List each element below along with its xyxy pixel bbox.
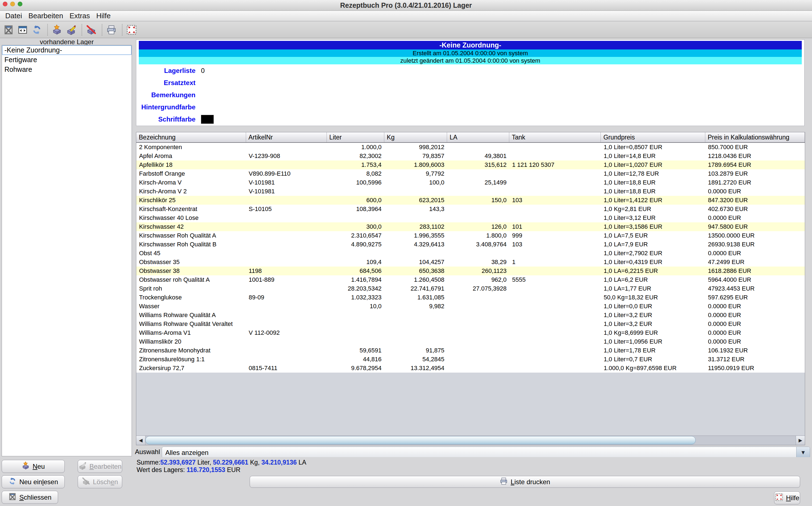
toolbar-edit-icon[interactable] — [65, 23, 77, 36]
table-row[interactable]: 2 Komponenten1.000,0998,20121,0 Liter=0,… — [136, 143, 805, 152]
neu-button[interactable]: Neu — [2, 460, 65, 473]
column-header-tank[interactable]: Tank — [509, 132, 601, 142]
table-cell: 13.312,4954 — [384, 364, 447, 372]
table-cell: 597.6295 EUR — [705, 293, 805, 302]
table-row[interactable]: Obstwasser 35109,4104,425738,2911,0 Lite… — [136, 258, 805, 266]
scrollbar-thumb[interactable] — [145, 436, 696, 444]
table-cell: Zuckersirup 72,7 — [136, 364, 246, 372]
neu-einlesen-button[interactable]: Neu einlesen — [2, 475, 65, 488]
schliessen-button[interactable]: Schliessen — [2, 491, 58, 504]
horizontal-scrollbar[interactable]: ◀ ▶ — [136, 436, 805, 445]
sidebar-item-keine-zuordnung[interactable]: -Keine Zuordnung- — [2, 45, 132, 55]
table-cell: 1.000,0 Kg=897,6598 EUR — [601, 364, 705, 372]
table-cell: 1.416,7894 — [327, 275, 384, 284]
toolbar-delete-icon[interactable] — [85, 23, 97, 36]
table-row[interactable]: Trockenglukose89-091.032,33231.631,08550… — [136, 293, 805, 302]
table-cell: Wasser — [136, 302, 246, 311]
table-cell — [384, 249, 447, 258]
table-cell — [246, 231, 327, 240]
table-row[interactable]: Sprit roh28.203,534222.741,679127.075,39… — [136, 284, 805, 293]
color-swatch[interactable] — [201, 115, 214, 124]
table-row[interactable]: Apfellikör 181.753,41.809,6003315,6121 1… — [136, 161, 805, 169]
table-cell: Williams Rohware Qualität Veraltet — [136, 320, 246, 328]
sidebar-item-fertigware[interactable]: Fertigware — [2, 55, 132, 65]
warehouse-list[interactable]: -Keine Zuordnung-FertigwareRohware — [2, 45, 132, 456]
toolbar-separator — [81, 24, 82, 35]
menu-item-bearbeiten[interactable]: Bearbeiten — [28, 12, 64, 20]
table-cell: 25,1499 — [447, 178, 509, 187]
bearbeiten-button[interactable]: Bearbeiten — [78, 460, 122, 473]
column-header-grundpreis[interactable]: Grundpreis — [601, 132, 705, 142]
table-row[interactable]: Zitronensäure Monohydrat59,659191,8751,0… — [136, 346, 805, 355]
column-header-artikelnr[interactable]: ArtikelNr — [246, 132, 327, 142]
table-row[interactable]: Obst 451,0 Liter=2,7902 EUR0.0000 EUR — [136, 249, 805, 258]
field-lagerliste: Lagerliste0 — [136, 67, 804, 75]
toolbar-print-icon[interactable] — [105, 23, 118, 36]
table-row[interactable]: Apfel AromaV-1239-90882,300279,835749,38… — [136, 152, 805, 161]
column-header-liter[interactable]: Liter — [327, 132, 384, 142]
zoom-window-icon[interactable] — [18, 2, 22, 6]
liste-drucken-button[interactable]: Liste drucken — [250, 476, 800, 488]
table-cell — [509, 337, 601, 346]
selection-dropdown[interactable]: Alles anzeigen ▼ — [162, 447, 810, 458]
loeschen-button[interactable]: Löschen — [78, 475, 122, 488]
table-row[interactable]: Williams-Aroma V1V 112-00921,0 Kg=8,6999… — [136, 328, 805, 337]
table-row[interactable]: Kirschwasser 40 Lose1,0 Liter=3,12 EUR0.… — [136, 214, 805, 222]
close-window-icon[interactable] — [3, 2, 7, 6]
table-cell: 5555 — [509, 275, 601, 284]
table-cell: Kirschwasser Roh Qualität A — [136, 231, 246, 240]
scroll-right-icon[interactable]: ▶ — [796, 436, 805, 445]
toolbar-refresh-icon[interactable] — [30, 23, 43, 36]
table-row[interactable]: Kirschwasser Roh Qualität B4.890,92754.3… — [136, 240, 805, 249]
table-cell — [246, 240, 327, 249]
table-cell — [447, 320, 509, 328]
menu-item-extras[interactable]: Extras — [69, 12, 90, 20]
minimize-window-icon[interactable] — [10, 2, 15, 6]
toolbar-window-icon[interactable] — [16, 23, 29, 36]
table-cell — [327, 311, 384, 320]
toolbar-new-icon[interactable] — [51, 23, 63, 36]
table-cell: 50,0 Kg=18,32 EUR — [601, 293, 705, 302]
inventory-table-panel: BezeichnungArtikelNrLiterKgLATankGrundpr… — [136, 132, 805, 445]
sidebar-item-rohware[interactable]: Rohware — [2, 65, 132, 74]
table-row[interactable]: Williamslikör 201,0 Liter=1,0956 EUR0.00… — [136, 337, 805, 346]
table-row[interactable]: Williams Rohware Qualität Veraltet1,0 Li… — [136, 320, 805, 328]
table-row[interactable]: Farbstoff OrangeV890.899-E1108,0829,7792… — [136, 169, 805, 178]
column-header-bezeichnung[interactable]: Bezeichnung — [136, 132, 246, 142]
scroll-left-icon[interactable]: ◀ — [136, 436, 145, 445]
column-header-la[interactable]: LA — [447, 132, 509, 142]
table-row[interactable]: Kirschlikör 25600,0623,2015150,01031,0 L… — [136, 196, 805, 205]
menu-item-hilfe[interactable]: Hilfe — [96, 12, 111, 20]
table-row[interactable]: Kirsch-Aroma VV-101981100,5996100,025,14… — [136, 178, 805, 187]
detail-created-bar: Erstellt am 01.05.2004 0:00:00 von syste… — [139, 50, 802, 57]
table-row[interactable]: Zuckersirup 72,70815-74119.678,295413.31… — [136, 364, 805, 372]
table-row[interactable]: Wasser10,09,9821,0 Liter=0,0 EUR0.0000 E… — [136, 302, 805, 311]
toolbar-help-icon[interactable] — [125, 23, 138, 36]
table-row[interactable]: Kirschwasser 42300,0283,1102126,01011,0 … — [136, 222, 805, 231]
table-cell: Kirsch-Aroma V 2 — [136, 187, 246, 196]
table-row[interactable]: Obstwasser roh Qualität A1001-8891.416,7… — [136, 275, 805, 284]
table-cell: 1218.0436 EUR — [705, 152, 805, 161]
table-row[interactable]: Obstwasser 381198684,506650,3638260,1123… — [136, 266, 805, 275]
table-row[interactable]: Zitronensäurelösung 1:144,81654,28451,0 … — [136, 355, 805, 364]
table-cell: 847.3200 EUR — [705, 196, 805, 205]
table-cell: Farbstoff Orange — [136, 169, 246, 178]
table-row[interactable]: Kirschsaft-KonzentratS-10105108,3964143,… — [136, 205, 805, 214]
field-label: Ersatztext — [136, 79, 196, 87]
table-cell — [447, 311, 509, 320]
table-cell — [509, 187, 601, 196]
table-cell: 998,2012 — [384, 143, 447, 152]
table-row[interactable]: Williams Rohware Qualität A1,0 Liter=3,2… — [136, 311, 805, 320]
chevron-down-icon[interactable]: ▼ — [796, 447, 810, 458]
menu-item-datei[interactable]: Datei — [5, 12, 23, 20]
table-cell: 47.2499 EUR — [705, 258, 805, 266]
table-row[interactable]: Kirschwasser Roh Qualität A2.310,65471.9… — [136, 231, 805, 240]
column-header-preis-in-kalkulationsw-hrung[interactable]: Preis in Kalkulationswährung — [705, 132, 805, 142]
table-cell — [447, 143, 509, 152]
field-label: Bemerkungen — [136, 91, 196, 99]
column-header-kg[interactable]: Kg — [384, 132, 447, 142]
toolbar-exit-icon[interactable] — [2, 23, 15, 36]
table-cell: 4.890,9275 — [327, 240, 384, 249]
table-row[interactable]: Kirsch-Aroma V 2V-1019811,0 Liter=18,8 E… — [136, 187, 805, 196]
hilfe-button[interactable]: Hilfe — [774, 491, 800, 504]
